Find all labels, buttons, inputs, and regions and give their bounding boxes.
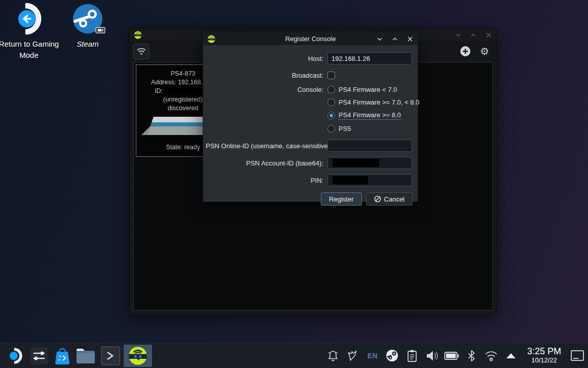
- chiaki-app-icon: [128, 346, 148, 365]
- radio-label[interactable]: PS5: [339, 125, 351, 132]
- register-button-label: Register: [329, 195, 353, 203]
- radio-label[interactable]: PS4 Firmware >= 7.0, < 8.0: [339, 98, 419, 106]
- shopping-bag-icon: [53, 347, 71, 365]
- psn-online-id-input[interactable]: [327, 140, 412, 152]
- folder-icon: [76, 347, 96, 364]
- battery-icon[interactable]: [444, 348, 459, 363]
- psn-account-id-input[interactable]: [327, 157, 412, 169]
- host-label: Host:: [206, 55, 327, 62]
- cancel-button[interactable]: Cancel: [366, 192, 413, 206]
- minimize-icon[interactable]: [376, 36, 383, 43]
- wifi-icon: [136, 47, 146, 55]
- wifi-tray-icon[interactable]: [484, 348, 499, 363]
- close-icon[interactable]: [485, 31, 492, 39]
- quick-settings-button[interactable]: [27, 345, 51, 367]
- chiaki-task-button[interactable]: [124, 345, 152, 367]
- radio-label[interactable]: PS4 Firmware < 7.0: [339, 86, 397, 93]
- notifications-bell-icon[interactable]: [325, 348, 341, 363]
- application-launcher-button[interactable]: [4, 345, 27, 367]
- bluetooth-icon[interactable]: [464, 348, 479, 363]
- cancel-button-label: Cancel: [384, 195, 405, 203]
- return-to-gaming-mode-icon: [13, 3, 45, 35]
- maximize-icon[interactable]: [470, 31, 477, 39]
- file-manager-button[interactable]: [74, 345, 97, 367]
- minimize-icon[interactable]: [455, 31, 462, 39]
- radio-ps4-firmware-lt-7[interactable]: [327, 86, 335, 93]
- show-desktop-button[interactable]: [571, 350, 584, 361]
- settings-gear-icon[interactable]: ⚙: [480, 46, 489, 56]
- broadcast-checkbox[interactable]: [327, 72, 335, 79]
- register-console-dialog: Register Console Host: Broadcast: Consol…: [203, 32, 418, 202]
- add-console-button[interactable]: [460, 46, 471, 57]
- close-icon[interactable]: [407, 36, 414, 43]
- cancel-icon: [374, 195, 381, 203]
- discover-store-button[interactable]: [51, 345, 74, 367]
- clock-time: 3:25 PM: [527, 347, 561, 357]
- terminal-task-button[interactable]: [97, 345, 124, 367]
- dialog-titlebar[interactable]: Register Console: [203, 32, 418, 45]
- clock-date: 10/12/22: [527, 357, 561, 364]
- desktop-icon-label: Steam: [57, 39, 118, 50]
- desktop-icon-return-to-gaming-mode[interactable]: Return to Gaming Mode: [0, 3, 59, 61]
- taskbar: EN: [0, 343, 588, 368]
- keyboard-layout-indicator[interactable]: EN: [365, 348, 380, 363]
- radio-ps4-firmware-gte-8[interactable]: [327, 112, 335, 119]
- manual-connect-button[interactable]: [133, 44, 149, 59]
- steam-tray-icon[interactable]: [385, 348, 400, 363]
- chiaki-app-icon: [207, 35, 215, 43]
- host-input[interactable]: [327, 52, 412, 64]
- desktop-icon-label: Return to Gaming Mode: [0, 39, 59, 61]
- steam-deck-logo-icon: [7, 347, 24, 364]
- psn-online-id-label: PSN Online-ID (username, case-sensitive)…: [206, 142, 327, 150]
- redacted-account-id: [333, 159, 379, 167]
- terminal-icon: [101, 346, 120, 365]
- maximize-icon[interactable]: [391, 36, 398, 43]
- console-id-label: ID:: [155, 87, 163, 95]
- clipboard-icon[interactable]: [405, 348, 420, 363]
- psn-account-id-label: PSN Account-ID (base64):: [206, 159, 327, 167]
- volume-icon[interactable]: [424, 348, 439, 363]
- pin-label: PIN:: [206, 177, 327, 184]
- desktop-icon-steam[interactable]: Steam: [57, 3, 118, 50]
- pin-input[interactable]: [327, 174, 412, 186]
- clock-widget[interactable]: 3:25 PM 10/12/22: [527, 347, 561, 364]
- steam-icon: [72, 3, 103, 35]
- sliders-icon: [30, 347, 48, 365]
- radio-ps4-firmware-7-to-8[interactable]: [327, 98, 335, 106]
- plant-icon[interactable]: [345, 348, 360, 363]
- radio-ps5[interactable]: [327, 125, 335, 132]
- register-button[interactable]: Register: [321, 192, 361, 206]
- broadcast-label: Broadcast:: [206, 72, 327, 79]
- radio-label[interactable]: PS4 Firmware >= 8.0: [339, 111, 401, 120]
- redacted-pin: [333, 176, 368, 184]
- expand-tray-arrow-icon[interactable]: [503, 348, 519, 363]
- chiaki-app-icon: [134, 31, 142, 39]
- console-label: Console:: [206, 86, 327, 93]
